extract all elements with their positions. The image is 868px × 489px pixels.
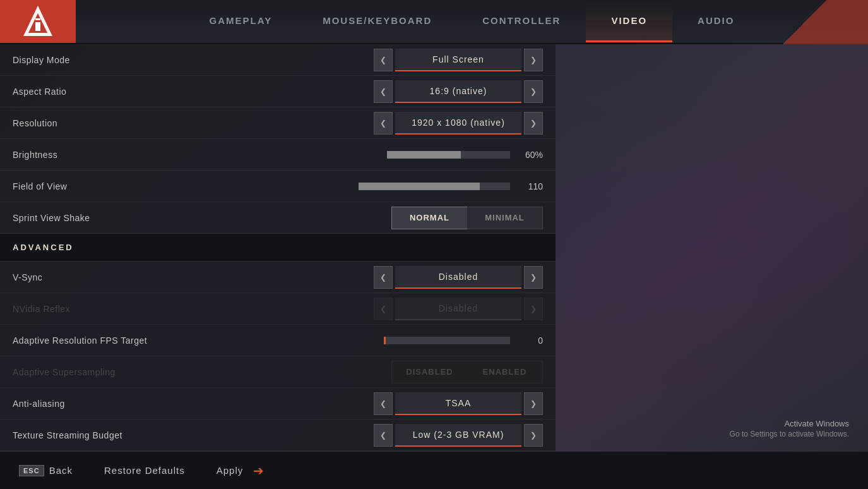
resolution-label: Resolution xyxy=(13,118,374,128)
vsync-prev[interactable]: ❮ xyxy=(374,266,393,289)
aspect-ratio-control: ❮ 16:9 (native) ❯ xyxy=(374,80,543,103)
vsync-control: ❮ Disabled ❯ xyxy=(374,266,543,289)
svg-rect-2 xyxy=(35,18,40,20)
resolution-next[interactable]: ❯ xyxy=(524,112,543,135)
vsync-label: V-Sync xyxy=(13,272,374,282)
tab-gameplay[interactable]: GAMEPLAY xyxy=(184,0,298,43)
tab-mouse-keyboard[interactable]: MOUSE/KEYBOARD xyxy=(297,0,457,43)
sprint-view-shake-toggle: Normal Minimal xyxy=(391,207,543,229)
fov-row: Field of View 110 xyxy=(0,171,556,202)
back-action[interactable]: ESC Back xyxy=(19,465,73,476)
adaptive-res-label: Adaptive Resolution FPS Target xyxy=(13,335,384,346)
anti-aliasing-value: TSAA xyxy=(395,392,521,415)
aspect-ratio-value: 16:9 (native) xyxy=(395,80,521,103)
fov-value: 110 xyxy=(518,181,543,191)
fov-label: Field of View xyxy=(13,181,359,191)
settings-scroll[interactable]: Display Mode ❮ Full Screen ❯ Aspect Rati… xyxy=(0,44,556,451)
vsync-next[interactable]: ❯ xyxy=(524,266,543,289)
top-nav: GAMEPLAY MOUSE/KEYBOARD CONTROLLER VIDEO… xyxy=(0,0,868,44)
esc-badge: ESC xyxy=(19,465,44,476)
texture-streaming-row: Texture Streaming Budget ❮ Low (2-3 GB V… xyxy=(0,420,556,451)
vsync-value: Disabled xyxy=(395,266,521,289)
nvidia-reflex-next[interactable]: ❯ xyxy=(524,298,543,320)
adaptive-res-value: 0 xyxy=(518,335,543,346)
aspect-ratio-prev[interactable]: ❮ xyxy=(374,80,393,103)
sprint-view-minimal-btn[interactable]: Minimal xyxy=(467,207,543,229)
adaptive-res-control: 0 xyxy=(384,335,543,346)
adaptive-super-disabled-btn[interactable]: Disabled xyxy=(391,361,467,383)
fov-slider-control: 110 xyxy=(359,181,543,191)
brightness-label: Brightness xyxy=(13,150,387,160)
texture-streaming-value: Low (2-3 GB VRAM) xyxy=(395,424,521,447)
svg-rect-3 xyxy=(35,22,40,31)
right-panel xyxy=(556,44,868,451)
apply-label: Apply xyxy=(217,465,244,476)
display-mode-next[interactable]: ❯ xyxy=(524,49,543,71)
texture-streaming-control: ❮ Low (2-3 GB VRAM) ❯ xyxy=(374,424,543,447)
tab-video[interactable]: VIDEO xyxy=(586,0,672,43)
logo-area xyxy=(0,0,76,43)
vsync-row: V-Sync ❮ Disabled ❯ xyxy=(0,262,556,293)
main-content: Display Mode ❮ Full Screen ❯ Aspect Rati… xyxy=(0,44,868,451)
adaptive-super-toggle: Disabled Enabled xyxy=(391,361,543,383)
sprint-view-normal-btn[interactable]: Normal xyxy=(391,207,467,229)
restore-defaults-action[interactable]: Restore Defaults xyxy=(104,465,185,476)
anti-aliasing-row: Anti-aliasing ❮ TSAA ❯ xyxy=(0,388,556,420)
activation-line1: Activate Windows xyxy=(730,419,849,428)
back-label: Back xyxy=(49,465,73,476)
adaptive-res-slider[interactable] xyxy=(384,337,510,344)
brightness-fill xyxy=(387,151,461,159)
nvidia-reflex-prev[interactable]: ❮ xyxy=(374,298,393,320)
sprint-view-shake-row: Sprint View Shake Normal Minimal xyxy=(0,202,556,234)
sprint-view-shake-label: Sprint View Shake xyxy=(13,213,391,223)
anti-aliasing-next[interactable]: ❯ xyxy=(524,392,543,415)
activation-text: Activate Windows Go to Settings to activ… xyxy=(730,419,849,438)
display-mode-row: Display Mode ❮ Full Screen ❯ xyxy=(0,44,556,76)
adaptive-super-row: Adaptive Supersampling Disabled Enabled xyxy=(0,356,556,388)
texture-streaming-next[interactable]: ❯ xyxy=(524,424,543,447)
apex-logo xyxy=(22,4,54,39)
display-mode-value: Full Screen xyxy=(395,49,521,71)
fov-slider[interactable] xyxy=(359,183,510,190)
resolution-prev[interactable]: ❮ xyxy=(374,112,393,135)
adaptive-super-enabled-btn[interactable]: Enabled xyxy=(467,361,543,383)
display-mode-control: ❮ Full Screen ❯ xyxy=(374,49,543,71)
activation-line2: Go to Settings to activate Windows. xyxy=(730,430,849,438)
restore-defaults-label: Restore Defaults xyxy=(104,465,185,476)
texture-streaming-label: Texture Streaming Budget xyxy=(13,430,374,440)
apply-arrow-icon: ➔ xyxy=(253,463,264,478)
bottom-bar: ESC Back Restore Defaults Apply ➔ xyxy=(0,451,868,489)
anti-aliasing-prev[interactable]: ❮ xyxy=(374,392,393,415)
adaptive-res-row: Adaptive Resolution FPS Target 0 xyxy=(0,325,556,356)
advanced-title: ADVANCED xyxy=(13,243,74,252)
fov-fill xyxy=(359,183,480,190)
brightness-row: Brightness 60% xyxy=(0,139,556,171)
advanced-section-header: ADVANCED xyxy=(0,234,556,262)
nvidia-reflex-control: ❮ Disabled ❯ xyxy=(374,298,543,320)
adaptive-res-fill xyxy=(384,337,386,344)
adaptive-super-label: Adaptive Supersampling xyxy=(13,367,391,377)
aspect-ratio-row: Aspect Ratio ❮ 16:9 (native) ❯ xyxy=(0,76,556,107)
nav-accent xyxy=(742,0,868,44)
apply-action[interactable]: Apply ➔ xyxy=(217,463,265,478)
anti-aliasing-label: Anti-aliasing xyxy=(13,399,374,409)
aspect-ratio-next[interactable]: ❯ xyxy=(524,80,543,103)
aspect-ratio-label: Aspect Ratio xyxy=(13,87,374,97)
brightness-slider-control: 60% xyxy=(387,150,543,160)
anti-aliasing-control: ❮ TSAA ❯ xyxy=(374,392,543,415)
brightness-value: 60% xyxy=(518,150,543,160)
resolution-value: 1920 x 1080 (native) xyxy=(395,112,521,135)
nvidia-reflex-row: NVidia Reflex ❮ Disabled ❯ xyxy=(0,293,556,325)
nvidia-reflex-value: Disabled xyxy=(395,298,521,320)
nvidia-reflex-label: NVidia Reflex xyxy=(13,304,374,314)
resolution-control: ❮ 1920 x 1080 (native) ❯ xyxy=(374,112,543,135)
brightness-slider[interactable] xyxy=(387,151,510,159)
texture-streaming-prev[interactable]: ❮ xyxy=(374,424,393,447)
display-mode-label: Display Mode xyxy=(13,55,374,65)
tab-controller[interactable]: CONTROLLER xyxy=(457,0,586,43)
settings-panel: Display Mode ❮ Full Screen ❯ Aspect Rati… xyxy=(0,44,556,451)
display-mode-prev[interactable]: ❮ xyxy=(374,49,393,71)
resolution-row: Resolution ❮ 1920 x 1080 (native) ❯ xyxy=(0,107,556,139)
